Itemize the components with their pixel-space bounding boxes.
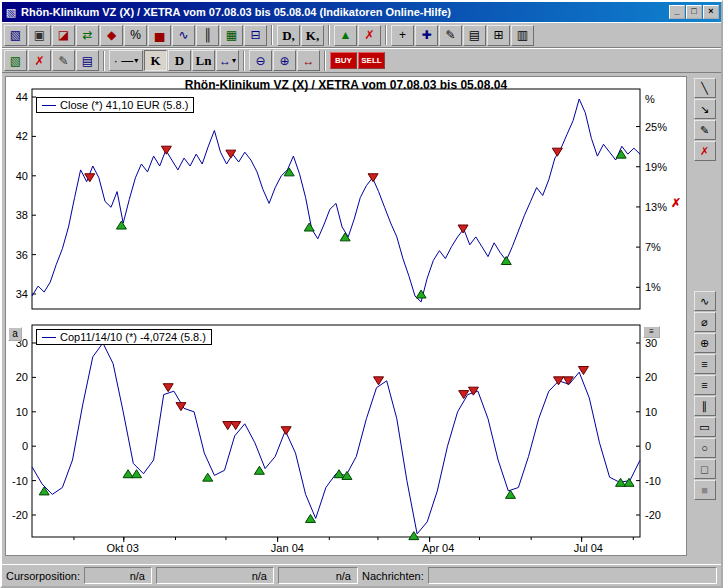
svg-text:-10: -10 [12, 475, 28, 487]
rectangle-tool-icon: ▭ [699, 422, 709, 433]
zoom-range-button[interactable]: ↔ [297, 50, 320, 71]
cursor-x-field: n/a [84, 567, 152, 584]
weekly-period-button[interactable]: K, [301, 25, 324, 46]
percent-scale-button[interactable]: % [124, 25, 147, 46]
sell-signal-marker [176, 403, 186, 411]
candle-mode-button[interactable]: K [144, 50, 167, 71]
price-legend[interactable]: Close (*) 41,10 EUR (5.8.) [36, 97, 194, 113]
arrow-tool-icon: ↘ [700, 104, 709, 115]
copy-button[interactable]: ▣ [28, 25, 51, 46]
buy-signal-marker [116, 221, 126, 229]
rectangle-tool-button[interactable]: ▭ [694, 417, 716, 437]
signals-button[interactable]: ◆ [100, 25, 123, 46]
close-button[interactable]: × [703, 5, 719, 19]
indicator-remove-button[interactable]: ✗ [358, 25, 381, 46]
delete-signal-button[interactable]: ✗ [28, 50, 51, 71]
pointer-move-button[interactable]: ✚ [415, 25, 438, 46]
maximize-button[interactable]: □ [686, 5, 702, 19]
chart-canvas[interactable]: 444240383634%25%19%13%7%1%30302020101000… [5, 76, 687, 556]
delete-drawing-tool-button[interactable]: ✗ [694, 141, 716, 161]
page-layout-button[interactable]: ▥ [511, 25, 534, 46]
daily-period-button[interactable]: D, [277, 25, 300, 46]
quote-table-button[interactable]: ▦ [220, 25, 243, 46]
zoom-in-button[interactable]: ⊕ [273, 50, 296, 71]
sell-signal-marker [163, 384, 173, 392]
eraser-tool-icon: ◻ [700, 464, 709, 475]
fibonacci-arc-tool-icon: ⌀ [701, 317, 708, 328]
main-toolbar: ▧▣◪⇄◆%▅∿║▦⊟D,K,▲✗+✚✎▤⊞▥ [2, 22, 721, 48]
pointer-move-icon: ✚ [421, 29, 431, 41]
svg-text:-20: -20 [12, 509, 28, 521]
scroll-mode-button[interactable]: ↔▾ [216, 50, 239, 71]
zoom-out-button[interactable]: ⊖ [249, 50, 272, 71]
delete-drawing-tool-icon: ✗ [700, 146, 709, 157]
indicator-scale-menu-button[interactable]: ≡ [643, 326, 660, 338]
svg-text:40: 40 [16, 170, 28, 182]
tile-windows-button[interactable]: ⊟ [244, 25, 267, 46]
zoom-area-tool-button[interactable]: ⊕ [694, 333, 716, 353]
buy-marker-button[interactable]: BUY [330, 52, 357, 69]
compare-button[interactable]: ⇄ [76, 25, 99, 46]
svg-text:-20: -20 [645, 509, 661, 521]
template-button[interactable]: ▤ [76, 50, 99, 71]
eraser-tool-button[interactable]: ◻ [694, 459, 716, 479]
retracement-tool-button[interactable]: ≡ [694, 375, 716, 395]
template-icon: ▤ [82, 55, 93, 67]
close-percent-scale-button[interactable]: ✗ [669, 196, 683, 210]
new-view-icon: ▧ [10, 55, 21, 67]
indicator-remove-icon: ✗ [364, 29, 374, 41]
daily-period-label: D, [282, 29, 295, 42]
daily-mode-button[interactable]: D [168, 50, 191, 71]
arrow-tool-button[interactable]: ↘ [694, 99, 716, 119]
sell-signal-marker [161, 146, 171, 154]
channel-tool-icon: ∥ [702, 401, 708, 412]
zoom-in-icon: ⊕ [279, 55, 289, 67]
title-bar[interactable]: ▧ Rhön-Klinikum VZ (X) / XETRA vom 07.08… [2, 2, 721, 22]
indicator-add-icon: ▲ [340, 29, 352, 41]
ellipse-tool-button[interactable]: ○ [694, 438, 716, 458]
svg-text:0: 0 [22, 440, 28, 452]
line-style-button[interactable]: · —▾ [109, 50, 143, 71]
svg-text:Jan 04: Jan 04 [271, 542, 304, 554]
draw-button[interactable]: ✎ [439, 25, 462, 46]
toolbar-separator [103, 51, 105, 71]
indicator-legend[interactable]: Cop11/14/10 (*) -4,0724 (5.8.) [36, 329, 212, 345]
edit-button[interactable]: ✎ [52, 50, 75, 71]
notes-icon: ▤ [469, 29, 480, 41]
application-window: ▧ Rhön-Klinikum VZ (X) / XETRA vom 07.08… [0, 0, 723, 588]
chart-wizard-button[interactable]: ▧ [4, 25, 27, 46]
compare-icon: ⇄ [82, 29, 92, 41]
new-view-button[interactable]: ▧ [4, 50, 27, 71]
sell-marker-button[interactable]: SELL [358, 52, 385, 69]
candlestick-button[interactable]: ║ [196, 25, 219, 46]
histogram-button[interactable]: ▅ [148, 25, 171, 46]
channel-tool-button[interactable]: ∥ [694, 396, 716, 416]
sell-signal-marker [554, 377, 564, 385]
freehand-tool-button[interactable]: ✎ [694, 120, 716, 140]
chart-export-button[interactable]: ◪ [52, 25, 75, 46]
crosshair-button[interactable]: + [391, 25, 414, 46]
line-chart-button[interactable]: ∿ [172, 25, 195, 46]
log-scale-button[interactable]: Ln [192, 50, 215, 71]
chart-plots: 444240383634%25%19%13%7%1%30302020101000… [12, 89, 667, 554]
toolbar-separator [324, 51, 326, 71]
data-grid-button[interactable]: ⊞ [487, 25, 510, 46]
retracement-tool-icon: ≡ [701, 380, 707, 391]
fibonacci-arc-tool-button[interactable]: ⌀ [694, 312, 716, 332]
svg-text:Jul 04: Jul 04 [574, 542, 603, 554]
indicator-panel-marker[interactable]: a [8, 327, 22, 341]
time-zones-tool-button[interactable]: ≡ [694, 354, 716, 374]
trendline-tool-button[interactable]: ╲ [694, 78, 716, 98]
buy-signal-marker [501, 257, 511, 265]
chart-plot-svg[interactable]: 444240383634%25%19%13%7%1%30302020101000… [6, 77, 688, 557]
indicator-add-button[interactable]: ▲ [334, 25, 357, 46]
fill-tool-button[interactable]: ■ [694, 480, 716, 500]
wave-tool-icon: ∿ [700, 296, 709, 307]
svg-text:44: 44 [16, 91, 28, 103]
buy-signal-marker [616, 150, 626, 158]
buy-signal-marker [624, 478, 634, 486]
buy-signal-marker [416, 290, 426, 298]
notes-button[interactable]: ▤ [463, 25, 486, 46]
wave-tool-button[interactable]: ∿ [694, 291, 716, 311]
minimize-button[interactable]: _ [669, 5, 685, 19]
